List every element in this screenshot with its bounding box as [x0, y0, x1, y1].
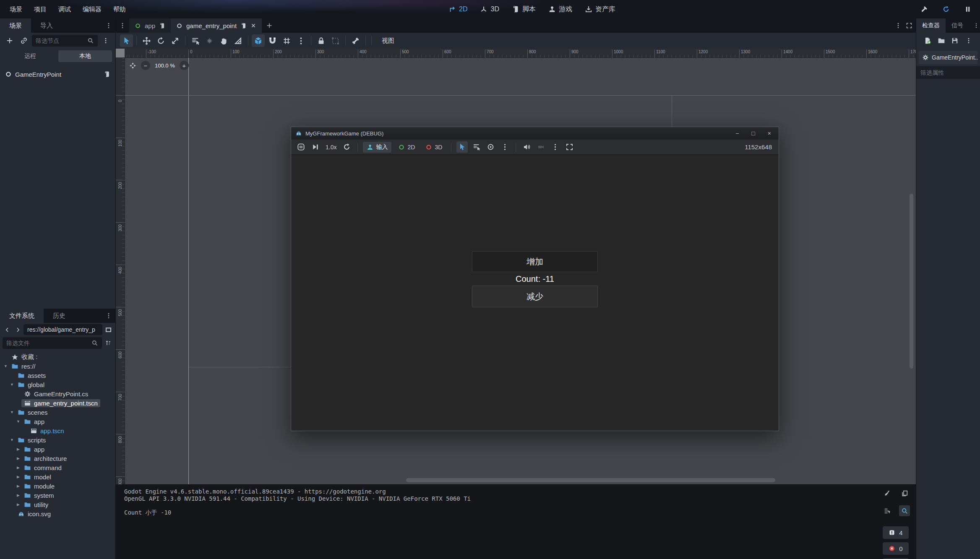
- file-tree-row[interactable]: ▶module: [0, 481, 115, 491]
- next-frame-button[interactable]: [310, 141, 321, 153]
- copy-output-button[interactable]: [899, 488, 910, 499]
- list-select-tool[interactable]: [189, 34, 202, 47]
- add-node-button[interactable]: [3, 34, 16, 47]
- filter-properties-input[interactable]: [920, 69, 976, 76]
- grid-snap-toggle[interactable]: [266, 34, 279, 47]
- tab-filesystem[interactable]: 文件系统: [0, 309, 44, 323]
- file-tree-row[interactable]: ▶app: [0, 445, 115, 454]
- file-tree-row[interactable]: icon.svg: [0, 509, 115, 518]
- sort-files-button[interactable]: [104, 338, 113, 348]
- canvas-2d[interactable]: − 100.0 % + MyGFrameworkGame (DEBUG) − □…: [125, 58, 916, 484]
- instance-scene-button[interactable]: [18, 34, 30, 47]
- tab-scene[interactable]: 场景: [0, 18, 31, 33]
- scene-tab-app[interactable]: app: [129, 18, 171, 33]
- inspector-options-menu[interactable]: [962, 34, 975, 47]
- camera-3d-button[interactable]: 3D: [422, 142, 446, 152]
- file-tree-row[interactable]: GameEntryPoint.cs: [0, 389, 115, 398]
- chevron-right-icon[interactable]: ▶: [15, 475, 21, 479]
- file-tree-row[interactable]: app.tscn: [0, 426, 115, 435]
- chevron-down-icon[interactable]: ▼: [3, 364, 9, 368]
- chevron-right-icon[interactable]: ▶: [15, 493, 21, 497]
- close-icon[interactable]: [250, 23, 256, 29]
- workspace-game[interactable]: 游戏: [548, 5, 572, 14]
- lock-button[interactable]: [315, 34, 328, 47]
- load-resource-button[interactable]: [935, 34, 948, 47]
- zoom-in-button[interactable]: +: [180, 61, 189, 70]
- file-tree-row[interactable]: ▶architecture: [0, 454, 115, 463]
- toggle-split-mode-button[interactable]: [104, 325, 113, 334]
- ruler-tool[interactable]: [232, 34, 245, 47]
- menu-item-4[interactable]: 帮助: [108, 3, 131, 16]
- increase-button[interactable]: 增加: [472, 251, 598, 272]
- filter-files-input[interactable]: [6, 340, 89, 346]
- camera-override-button[interactable]: [535, 141, 547, 153]
- file-tree-row[interactable]: ▶utility: [0, 500, 115, 509]
- menu-item-0[interactable]: 场景: [4, 3, 28, 16]
- file-tree-row[interactable]: ▼scripts: [0, 435, 115, 445]
- chevron-right-icon[interactable]: ▶: [15, 502, 21, 507]
- expand-viewport-icon[interactable]: [906, 22, 912, 29]
- save-resource-button[interactable]: [949, 34, 961, 47]
- workspace-3d[interactable]: 3D: [480, 5, 499, 13]
- file-tree-row[interactable]: ▼res://: [0, 361, 115, 371]
- select-mode-button[interactable]: [456, 141, 468, 153]
- pan-tool[interactable]: [217, 34, 230, 47]
- tab-inspector[interactable]: 检查器: [916, 18, 946, 33]
- workspace-assetlib[interactable]: 资产库: [585, 5, 615, 14]
- scene-tab-list-menu[interactable]: [116, 18, 129, 33]
- mute-audio-button[interactable]: [521, 141, 532, 153]
- chevron-down-icon[interactable]: ▼: [15, 419, 21, 424]
- node-select-button[interactable]: [471, 141, 482, 153]
- chevron-down-icon[interactable]: ▼: [9, 382, 15, 387]
- picking-mode-button[interactable]: [485, 141, 496, 153]
- game-window-titlebar[interactable]: MyGFrameworkGame (DEBUG) − □ ×: [291, 127, 779, 140]
- filter-nodes-input[interactable]: [36, 37, 85, 44]
- remote-button[interactable]: 远程: [3, 50, 57, 62]
- file-tree-row[interactable]: ▼app: [0, 417, 115, 426]
- chevron-down-icon[interactable]: ▼: [9, 438, 15, 442]
- forward-button[interactable]: [13, 325, 22, 334]
- file-tree-row[interactable]: ▶system: [0, 491, 115, 500]
- chevron-down-icon[interactable]: ▼: [9, 410, 15, 414]
- scene-node-row[interactable]: GameEntryPoint: [0, 69, 115, 80]
- tab-history[interactable]: 历史: [44, 309, 75, 323]
- new-scene-tab-button[interactable]: [262, 18, 277, 33]
- chevron-right-icon[interactable]: ▶: [15, 484, 21, 488]
- workspace-2d[interactable]: 2D: [448, 5, 467, 13]
- file-tree-row[interactable]: 收藏 :: [0, 352, 115, 361]
- tab-import[interactable]: 导入: [31, 18, 62, 33]
- camera-2d-button[interactable]: 2D: [394, 142, 419, 152]
- clear-output-button[interactable]: [881, 488, 892, 499]
- file-tree-row[interactable]: ▶command: [0, 463, 115, 472]
- move-tool[interactable]: [140, 34, 153, 47]
- select-tool[interactable]: [120, 34, 133, 47]
- restart-button[interactable]: [940, 3, 952, 16]
- zoom-level[interactable]: 100.0 %: [155, 62, 175, 69]
- script-icon[interactable]: [104, 71, 110, 78]
- reset-button[interactable]: [341, 141, 352, 153]
- local-button[interactable]: 本地: [58, 50, 112, 62]
- zoom-out-button[interactable]: −: [141, 61, 150, 70]
- snap-options-menu[interactable]: [295, 34, 308, 47]
- grid-toggle[interactable]: [280, 34, 293, 47]
- file-tree-row[interactable]: ▶model: [0, 472, 115, 481]
- tab-signals[interactable]: 信号: [946, 18, 969, 33]
- scene-tree-options-menu[interactable]: [99, 34, 112, 47]
- skeleton-menu[interactable]: [349, 34, 362, 47]
- embed-mode-button[interactable]: [564, 141, 575, 153]
- build-button[interactable]: [918, 3, 930, 16]
- group-button[interactable]: [329, 34, 342, 47]
- chevron-right-icon[interactable]: ▶: [15, 465, 21, 470]
- scene-dock-menu[interactable]: [102, 18, 115, 33]
- pause-button[interactable]: [962, 3, 974, 16]
- file-tree-row[interactable]: game_entry_point.tscn: [0, 398, 115, 408]
- select-options-menu[interactable]: [499, 141, 511, 153]
- maximize-button[interactable]: □: [751, 130, 755, 137]
- menu-item-3[interactable]: 编辑器: [77, 3, 107, 16]
- back-button[interactable]: [3, 325, 12, 334]
- scene-tab-game-entry-point[interactable]: game_entry_point: [171, 18, 262, 33]
- smart-snap-toggle[interactable]: [252, 34, 265, 47]
- menu-item-2[interactable]: 调试: [53, 3, 76, 16]
- minimize-button[interactable]: −: [735, 130, 739, 137]
- edited-resource-row[interactable]: GameEntryPoint...: [919, 51, 977, 64]
